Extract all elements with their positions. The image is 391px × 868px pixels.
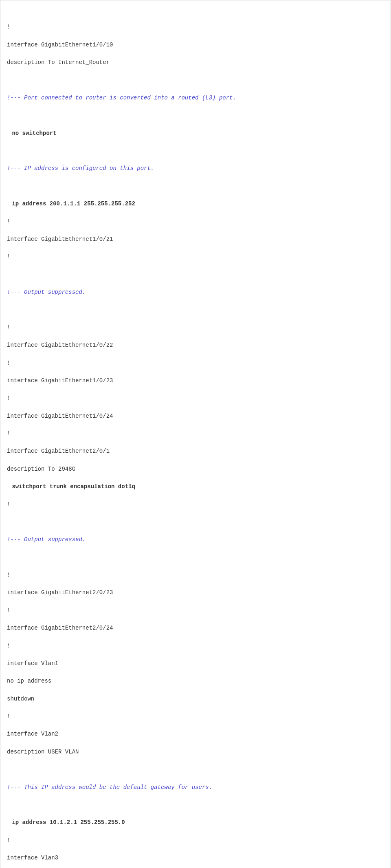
code-line-39: shutdown bbox=[7, 695, 384, 704]
code-line-32: ! bbox=[7, 571, 384, 580]
code-line-6 bbox=[7, 111, 384, 120]
code-line-38: no ip address bbox=[7, 677, 384, 686]
code-line-34: ! bbox=[7, 606, 384, 615]
code-line-14: ! bbox=[7, 253, 384, 262]
code-content: ! interface GigabitEthernet1/0/10 descri… bbox=[7, 5, 384, 868]
code-line-22: ! bbox=[7, 394, 384, 403]
code-line-30: !--- Output suppressed. bbox=[7, 535, 384, 544]
code-line-43 bbox=[7, 765, 384, 774]
code-line-44: !--- This IP address would be the defaul… bbox=[7, 783, 384, 792]
code-line-19: interface GigabitEthernet1/0/22 bbox=[7, 341, 384, 350]
code-line-27: switchport trunk encapsulation dot1q bbox=[7, 482, 384, 491]
code-line-12: ! bbox=[7, 218, 384, 227]
terminal-window: ! interface GigabitEthernet1/0/10 descri… bbox=[0, 0, 391, 868]
code-line-37: interface Vlan1 bbox=[7, 659, 384, 668]
code-line-33: interface GigabitEthernet2/0/23 bbox=[7, 588, 384, 597]
code-line-21: interface GigabitEthernet1/0/23 bbox=[7, 377, 384, 386]
code-line-36: ! bbox=[7, 642, 384, 651]
code-line-16: !--- Output suppressed. bbox=[7, 288, 384, 297]
code-line-10 bbox=[7, 182, 384, 191]
code-line-9: !--- IP address is configured on this po… bbox=[7, 164, 384, 173]
code-line-4 bbox=[7, 76, 384, 85]
code-line-47: ! bbox=[7, 836, 384, 845]
code-line-1: ! bbox=[7, 23, 384, 32]
code-line-11: ip address 200.1.1.1 255.255.255.252 bbox=[7, 200, 384, 209]
code-line-5: !--- Port connected to router is convert… bbox=[7, 94, 384, 103]
code-line-40: ! bbox=[7, 712, 384, 721]
code-line-46: ip address 10.1.2.1 255.255.255.0 bbox=[7, 818, 384, 827]
code-line-24: ! bbox=[7, 430, 384, 438]
code-line-31 bbox=[7, 553, 384, 562]
code-line-17 bbox=[7, 306, 384, 315]
code-line-35: interface GigabitEthernet2/0/24 bbox=[7, 624, 384, 633]
code-line-45 bbox=[7, 801, 384, 810]
code-line-18: ! bbox=[7, 324, 384, 333]
code-line-23: interface GigabitEthernet1/0/24 bbox=[7, 412, 384, 421]
code-line-26: description To 2948G bbox=[7, 465, 384, 474]
code-line-42: description USER_VLAN bbox=[7, 748, 384, 757]
code-line-28: ! bbox=[7, 500, 384, 509]
code-line-25: interface GigabitEthernet2/0/1 bbox=[7, 447, 384, 456]
code-line-20: ! bbox=[7, 359, 384, 368]
code-line-29 bbox=[7, 518, 384, 527]
code-line-15 bbox=[7, 271, 384, 280]
code-line-8 bbox=[7, 147, 384, 156]
code-line-48: interface Vlan3 bbox=[7, 854, 384, 863]
code-line-2: interface GigabitEthernet1/0/10 bbox=[7, 41, 384, 50]
code-line-7: no switchport bbox=[7, 129, 384, 138]
code-line-3: description To Internet_Router bbox=[7, 58, 384, 67]
code-line-41: interface Vlan2 bbox=[7, 730, 384, 739]
code-line-13: interface GigabitEthernet1/0/21 bbox=[7, 235, 384, 244]
